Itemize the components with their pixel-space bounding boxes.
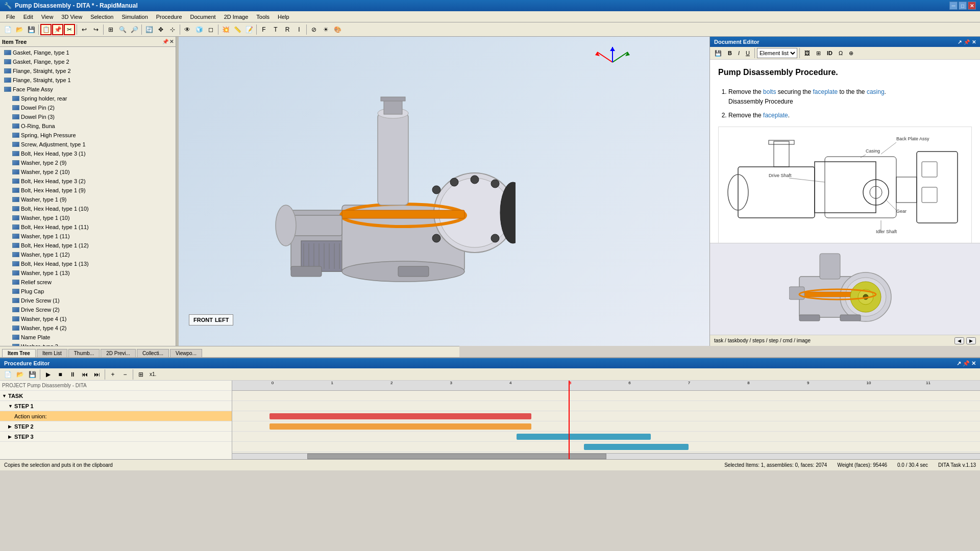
link-casing-1[interactable]: casing bbox=[867, 88, 885, 95]
bottom-tab-4[interactable]: Collecti... bbox=[137, 349, 169, 357]
proc-task-row[interactable]: ▼ TASK bbox=[0, 391, 232, 401]
viewport-panel[interactable]: FRONT LEFT bbox=[179, 37, 709, 346]
bottom-tab-2[interactable]: Thumb... bbox=[68, 349, 100, 357]
tree-item[interactable]: Relief screw bbox=[1, 278, 175, 287]
bar-action[interactable] bbox=[270, 423, 531, 430]
proc-rewind[interactable]: ⏮ bbox=[79, 369, 90, 380]
tree-item[interactable]: Washer, type 1 (9) bbox=[1, 195, 175, 204]
proc-stop[interactable]: ■ bbox=[55, 369, 66, 380]
front-view[interactable]: F bbox=[258, 24, 270, 35]
tree-item[interactable]: Dowel Pin (3) bbox=[1, 112, 175, 121]
panel-controls[interactable]: 📌 ✕ bbox=[162, 39, 174, 44]
explode-button[interactable]: 💥 bbox=[220, 24, 231, 35]
material-button[interactable]: 🎨 bbox=[332, 24, 343, 35]
window-controls[interactable]: ─ □ ✕ bbox=[949, 2, 976, 10]
proc-save[interactable]: 💾 bbox=[27, 369, 38, 380]
proc-panel-controls[interactable]: ↗ 📌 ✕ bbox=[957, 360, 976, 367]
panel-close[interactable]: ✕ bbox=[169, 39, 174, 44]
maximize-button[interactable]: □ bbox=[959, 2, 967, 10]
tree-item[interactable]: Gasket, Flange, type 2 bbox=[1, 57, 175, 66]
iso-view[interactable]: I bbox=[293, 24, 305, 35]
tree-item[interactable]: Face Plate Assy bbox=[1, 85, 175, 94]
select-button[interactable]: ⊹ bbox=[167, 24, 178, 35]
tree-item[interactable]: Washer, type 3 bbox=[1, 342, 175, 346]
front-label[interactable]: FRONT bbox=[193, 317, 213, 323]
doc-insert-img[interactable]: 🖼 bbox=[802, 49, 813, 57]
tree-item[interactable]: Gasket, Flange, type 1 bbox=[1, 48, 175, 57]
bottom-tab-5[interactable]: Viewpo... bbox=[170, 349, 202, 357]
tree-item[interactable]: Drive Screw (2) bbox=[1, 305, 175, 314]
tree-item[interactable]: O-Ring, Buna bbox=[1, 121, 175, 131]
proc-close[interactable]: ✕ bbox=[971, 360, 976, 366]
proc-del-step[interactable]: − bbox=[119, 369, 131, 380]
menu-item-tools[interactable]: Tools bbox=[252, 13, 274, 21]
item-tree[interactable]: Gasket, Flange, type 1Gasket, Flange, ty… bbox=[0, 47, 176, 346]
bottom-tab-3[interactable]: 2D Previ... bbox=[101, 349, 136, 357]
menu-item-view[interactable]: View bbox=[37, 13, 58, 21]
doc-id-btn[interactable]: ID bbox=[824, 49, 835, 57]
bar-step1[interactable] bbox=[270, 413, 531, 419]
undo-button[interactable]: ↩ bbox=[79, 24, 90, 35]
proc-pin[interactable]: 📌 bbox=[963, 360, 970, 366]
redo-button[interactable]: ↪ bbox=[90, 24, 102, 35]
cut-button[interactable]: ✂ bbox=[64, 24, 75, 35]
tree-item[interactable]: Washer, type 1 (13) bbox=[1, 268, 175, 278]
light-button[interactable]: ☀ bbox=[320, 24, 331, 35]
wire-button[interactable]: ◻ bbox=[205, 24, 216, 35]
close-button[interactable]: ✕ bbox=[968, 2, 976, 10]
doc-ref[interactable]: ⊕ bbox=[846, 49, 856, 58]
measure-button[interactable]: 📏 bbox=[232, 24, 243, 35]
tree-item[interactable]: Bolt, Hex Head, type 1 (13) bbox=[1, 259, 175, 268]
copy-button[interactable]: 📋 bbox=[40, 24, 52, 35]
zoom-fit[interactable]: ⊞ bbox=[105, 24, 116, 35]
tree-item[interactable]: Washer, type 4 (1) bbox=[1, 314, 175, 323]
proc-action-row[interactable]: Action union: bbox=[0, 411, 232, 421]
doc-panel-controls[interactable]: ↗ 📌 ✕ bbox=[958, 39, 976, 45]
tree-item[interactable]: Bolt, Hex Head, type 1 (12) bbox=[1, 241, 175, 250]
proc-step1-expand[interactable]: ▼ bbox=[8, 404, 14, 409]
proc-add-step[interactable]: + bbox=[107, 369, 118, 380]
proc-open[interactable]: 📂 bbox=[14, 369, 26, 380]
tree-item[interactable]: Bolt, Hex Head, type 1 (10) bbox=[1, 204, 175, 213]
proc-zoom-fit[interactable]: ⊞ bbox=[135, 369, 146, 380]
tree-item[interactable]: Flange, Straight, type 2 bbox=[1, 66, 175, 76]
tree-item[interactable]: Dowel Pin (2) bbox=[1, 103, 175, 112]
bar-step3[interactable] bbox=[584, 444, 689, 450]
menu-item-edit[interactable]: Edit bbox=[19, 13, 37, 21]
proc-step2-expand[interactable]: ▶ bbox=[8, 424, 14, 429]
left-label[interactable]: LEFT bbox=[215, 317, 229, 323]
new-button[interactable]: 📄 bbox=[2, 24, 13, 35]
menu-item-simulation[interactable]: Simulation bbox=[117, 13, 152, 21]
zoom-out[interactable]: 🔎 bbox=[129, 24, 140, 35]
link-faceplate-2[interactable]: faceplate bbox=[763, 112, 788, 119]
bottom-tab-1[interactable]: Item List bbox=[37, 349, 67, 357]
tree-item[interactable]: Washer, type 4 (2) bbox=[1, 323, 175, 333]
save-button[interactable]: 💾 bbox=[26, 24, 37, 35]
tree-item[interactable]: Washer, type 1 (11) bbox=[1, 232, 175, 241]
paste-button[interactable]: 📌 bbox=[52, 24, 63, 35]
breadcrumb-next[interactable]: ▶ bbox=[966, 337, 976, 344]
section-button[interactable]: ⊘ bbox=[308, 24, 320, 35]
doc-italic[interactable]: I bbox=[736, 49, 742, 57]
tree-item[interactable]: Drive Screw (1) bbox=[1, 296, 175, 305]
tree-item[interactable]: Spring holder, rear bbox=[1, 94, 175, 103]
tree-item[interactable]: Washer, type 1 (10) bbox=[1, 213, 175, 222]
doc-special-char[interactable]: Ω bbox=[836, 49, 845, 57]
show-button[interactable]: 🧊 bbox=[193, 24, 205, 35]
link-bolts[interactable]: bolts bbox=[763, 88, 776, 95]
proc-undock[interactable]: ↗ bbox=[957, 360, 961, 366]
tree-item[interactable]: Name Plate bbox=[1, 333, 175, 342]
menu-item-file[interactable]: File bbox=[2, 13, 19, 21]
zoom-in[interactable]: 🔍 bbox=[117, 24, 128, 35]
proc-pause[interactable]: ⏸ bbox=[67, 369, 78, 380]
tree-item[interactable]: Washer, type 2 (10) bbox=[1, 167, 175, 177]
doc-save[interactable]: 💾 bbox=[712, 49, 724, 58]
doc-insert-table[interactable]: ⊞ bbox=[814, 49, 823, 58]
tree-item[interactable]: Bolt, Hex Head, type 1 (11) bbox=[1, 222, 175, 232]
panel-pin[interactable]: 📌 bbox=[162, 39, 168, 44]
tree-item[interactable]: Screw, Adjustment, type 1 bbox=[1, 140, 175, 149]
bar-step2[interactable] bbox=[517, 434, 651, 440]
menu-item-help[interactable]: Help bbox=[274, 13, 293, 21]
hide-button[interactable]: 👁 bbox=[182, 24, 193, 35]
view-cube[interactable]: FRONT LEFT bbox=[189, 314, 233, 325]
